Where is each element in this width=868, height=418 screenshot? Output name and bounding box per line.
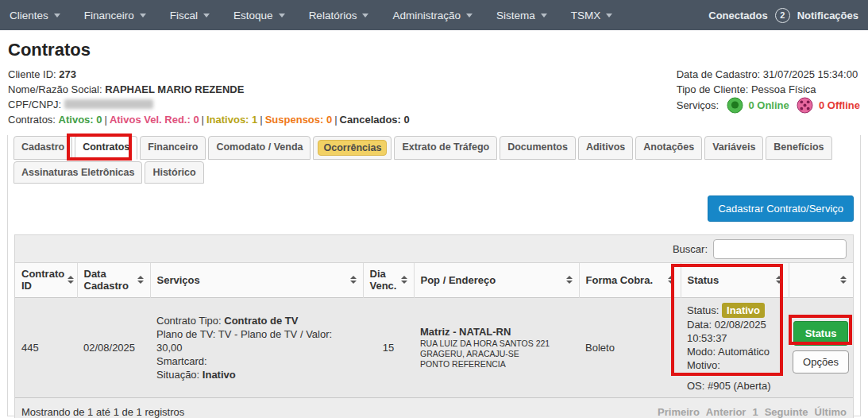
header-pop-endereco[interactable]: Pop / Endereço: [414, 263, 579, 297]
nav-item-administracao[interactable]: Administração: [392, 10, 473, 21]
status-mode: Modo: Automático: [687, 345, 782, 358]
nav-item-relatorios[interactable]: Relatórios: [309, 10, 369, 21]
page-previous[interactable]: Anterior: [706, 406, 746, 418]
online-status-icon: [727, 97, 743, 114]
count-cancelados: Cancelados: 0: [340, 114, 410, 126]
header-contrato-id[interactable]: Contrato ID: [15, 263, 77, 297]
tab-extrato-de-trafego[interactable]: Extrato de Tráfego: [394, 136, 497, 160]
page-first[interactable]: Primeiro: [658, 406, 700, 418]
chevron-down-icon: [279, 14, 285, 17]
count-suspensos: Suspensos: 0: [265, 114, 333, 126]
nav-item-financeiro[interactable]: Financeiro: [84, 10, 146, 21]
pagination: Primeiro Anterior 1 Seguinte Último: [658, 406, 847, 418]
nav-item-tsmx[interactable]: TSMX: [571, 10, 613, 21]
chevron-down-icon: [606, 14, 612, 17]
header-actions[interactable]: [789, 263, 853, 297]
status-button[interactable]: Status: [793, 321, 849, 346]
notifications-button[interactable]: Notificações: [797, 10, 858, 21]
header-servicos[interactable]: Serviços: [150, 263, 363, 297]
sort-icon: [566, 276, 573, 284]
registered-line: Data de Cadastro: 31/07/2025 15:34:00: [677, 67, 860, 82]
page-title: Contratos: [8, 41, 860, 60]
new-contract-button[interactable]: Cadastrar Contrato/Serviço: [708, 195, 854, 222]
cell-dia-venc: 15: [363, 297, 414, 397]
tab-panel: Cadastro Contratos Financeiro Comodato /…: [7, 135, 861, 416]
top-navbar: Clientes Financeiro Fiscal Estoque Relat…: [0, 0, 868, 30]
tab-beneficios[interactable]: Benefícios: [766, 136, 831, 160]
count-ativos-vel-red: Ativos Vel. Red.: 0: [110, 114, 199, 126]
client-cpf-line: CPF/CNPJ:: [8, 97, 410, 112]
nav-item-clientes[interactable]: Clientes: [10, 10, 60, 21]
offline-count: 0 Offline: [819, 99, 860, 111]
cell-actions: Status Opções: [789, 297, 853, 397]
offline-status-icon: [797, 97, 813, 114]
services-line: Serviços: 0 Online 0 Offline: [677, 97, 860, 114]
contracts-table: Contrato ID Data Cadastro Serviços Dia V…: [15, 263, 853, 397]
tab-comodato-venda[interactable]: Comodato / Venda: [208, 136, 311, 160]
chevron-down-icon: [541, 14, 547, 17]
tab-cadastro[interactable]: Cadastro: [14, 136, 72, 160]
tab-historico[interactable]: Histórico: [145, 161, 203, 184]
sort-icon: [350, 276, 357, 284]
status-badge: Inativo: [722, 303, 765, 318]
nav-item-sistema[interactable]: Sistema: [496, 10, 547, 21]
contracts-page: { "nav": { "items": ["Clientes", "Financ…: [0, 0, 868, 418]
header-status[interactable]: Status: [681, 263, 789, 297]
cell-forma-cobra: Boleto: [579, 297, 681, 397]
client-name-value: RAPHAEL MARIO REZENDE: [105, 83, 244, 95]
nav-item-fiscal[interactable]: Fiscal: [170, 10, 210, 21]
cell-pop-endereco: Matriz - NATAL-RN RUA LUIZ DA HORA SANTO…: [414, 297, 579, 397]
sort-icon: [776, 276, 782, 284]
table-row: 445 02/08/2025 Contrato Tipo: Contrato d…: [15, 297, 853, 397]
tab-anotacoes[interactable]: Anotações: [635, 136, 702, 160]
connected-label[interactable]: Conectados: [708, 10, 767, 21]
search-input[interactable]: [713, 239, 847, 259]
client-id-value: 273: [59, 68, 76, 80]
client-type-value: Pessoa Física: [751, 83, 816, 95]
tab-ocorrencias[interactable]: Ocorrências: [313, 136, 392, 160]
sort-icon: [668, 276, 674, 284]
cell-status: Status: Inativo Data: 02/08/2025 10:53:3…: [681, 297, 789, 397]
header-dia-venc[interactable]: Dia Venc.: [363, 263, 414, 297]
page-next[interactable]: Seguinte: [765, 406, 808, 418]
page-last[interactable]: Último: [815, 406, 847, 418]
client-info-left: Cliente ID: 273 Nome/Razão Social: RAPHA…: [8, 67, 410, 127]
contract-counts-line: Contratos: Ativos: 0|Ativos Vel. Red.: 0…: [8, 112, 410, 127]
client-info-right: Data de Cadastro: 31/07/2025 15:34:00 Ti…: [677, 67, 860, 127]
cell-contract-id: 445: [15, 297, 77, 397]
tab-variaveis[interactable]: Variáveis: [704, 136, 763, 160]
tab-documentos[interactable]: Documentos: [500, 136, 576, 160]
sort-icon: [68, 276, 74, 284]
connected-count-badge[interactable]: 2: [775, 8, 790, 23]
status-date: Data: 02/08/2025 10:53:37: [687, 318, 782, 345]
tab-financeiro[interactable]: Financeiro: [140, 136, 206, 160]
chevron-down-icon: [203, 14, 210, 17]
tab-assinaturas-eletronicas[interactable]: Assinaturas Eletrônicas: [14, 161, 142, 184]
records-summary: Mostrando de 1 até 1 de 1 registros: [21, 406, 184, 418]
chevron-down-icon: [362, 14, 368, 17]
online-count: 0 Online: [748, 99, 789, 111]
nav-item-estoque[interactable]: Estoque: [233, 10, 285, 21]
ocorrencias-highlight-pill: Ocorrências: [318, 140, 387, 156]
table-header-row: Contrato ID Data Cadastro Serviços Dia V…: [15, 263, 853, 297]
opcoes-button[interactable]: Opções: [793, 350, 849, 373]
chevron-down-icon: [466, 14, 473, 17]
tab-aditivos[interactable]: Aditivos: [578, 136, 633, 160]
sort-icon: [137, 276, 144, 284]
cpf-redacted-value: [64, 99, 153, 109]
header-data-cadastro[interactable]: Data Cadastro: [77, 263, 150, 297]
search-bar: Buscar:: [15, 235, 853, 263]
grid-footer: Mostrando de 1 até 1 de 1 registros Prim…: [15, 397, 853, 418]
sort-icon: [840, 276, 847, 284]
cell-data-cadastro: 02/08/2025: [77, 297, 150, 397]
count-ativos: Ativos: 0: [59, 114, 102, 126]
header-forma-cobra[interactable]: Forma Cobra.: [579, 263, 681, 297]
client-name-line: Nome/Razão Social: RAPHAEL MARIO REZENDE: [8, 82, 410, 97]
client-id-line: Cliente ID: 273: [8, 67, 410, 82]
page-header: Contratos Cliente ID: 273 Nome/Razão Soc…: [0, 41, 868, 127]
sort-icon: [401, 276, 407, 284]
status-reason: Motivo:: [687, 358, 782, 372]
chevron-down-icon: [54, 14, 60, 17]
page-current[interactable]: 1: [752, 406, 758, 418]
tab-contratos[interactable]: Contratos: [75, 136, 137, 160]
